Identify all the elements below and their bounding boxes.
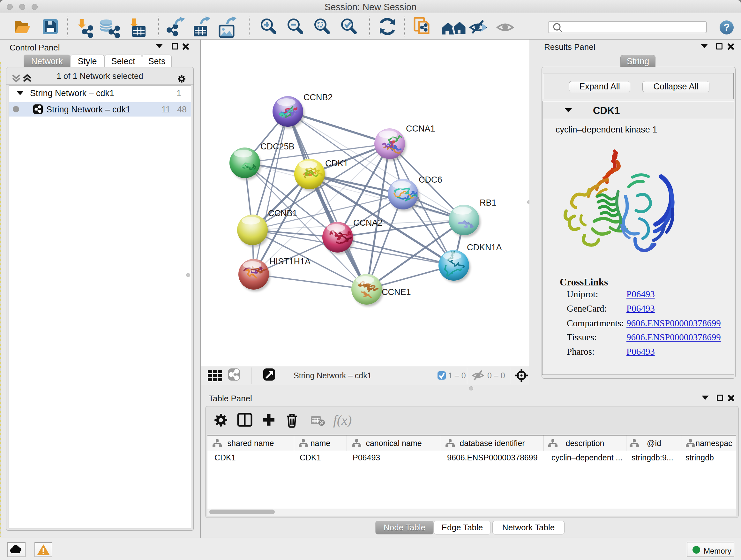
svg-text:f(x): f(x) <box>333 413 352 428</box>
svg-text:CDK1: CDK1 <box>325 159 348 168</box>
svg-text:CCNA2: CCNA2 <box>353 218 383 228</box>
svg-text:CDKN1A: CDKN1A <box>467 243 502 252</box>
svg-text:CCNB2: CCNB2 <box>304 92 333 102</box>
svg-text:CDC25B: CDC25B <box>260 142 294 151</box>
svg-text:CCNE1: CCNE1 <box>382 287 411 297</box>
svg-text:CDC6: CDC6 <box>419 175 442 185</box>
svg-text:CCNB1: CCNB1 <box>268 208 297 218</box>
svg-text:CCNA1: CCNA1 <box>406 124 435 133</box>
svg-text:RB1: RB1 <box>480 198 496 207</box>
svg-text:HIST1H1A: HIST1H1A <box>269 257 311 266</box>
